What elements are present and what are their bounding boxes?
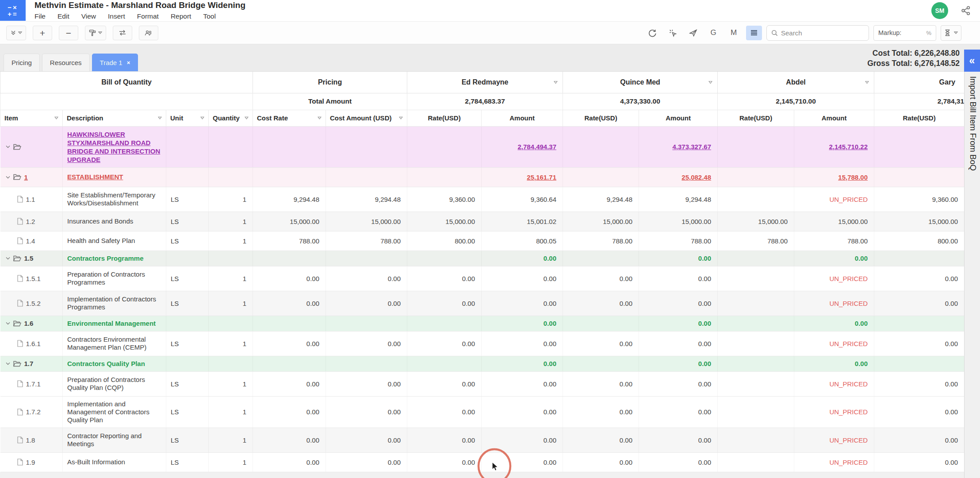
cell-aAmount[interactable]: 0.00 [794,356,874,371]
cell-qty[interactable] [209,356,253,371]
collapse-all-button[interactable] [6,26,26,40]
cell-costAmount[interactable] [326,316,407,331]
cell-aRate[interactable] [718,187,794,212]
cell-qAmount[interactable]: 0.00 [639,316,718,331]
cell-qAmount[interactable]: 0.00 [639,396,718,428]
cell-aRate[interactable] [718,316,794,331]
menu-report[interactable]: Report [171,12,191,20]
cell-unit[interactable]: LS [166,371,209,396]
cell-unit[interactable]: LS [166,396,209,428]
column-header-cost-amount-usd-5[interactable]: Cost Amount (USD) [326,110,407,126]
cell-costAmount[interactable]: 9,294.48 [326,187,407,212]
cell-aRate[interactable] [718,371,794,396]
cell-description[interactable]: Contractor Reporting and Meetings [63,428,166,452]
column-header-amount-7[interactable]: Amount [482,110,563,126]
cell-costAmount[interactable]: 0.00 [326,291,407,316]
cell-unit[interactable]: LS [166,331,209,356]
filter-caret-icon[interactable] [158,116,162,120]
cell-qRate[interactable]: 0.00 [563,331,639,356]
column-header-item-0[interactable]: Item [0,110,63,126]
swap-columns-button[interactable] [113,26,132,40]
cell-aAmount[interactable]: 15,788.00 [794,167,874,187]
import-panel-strip[interactable]: Import Bill Item From BoQ [964,72,980,478]
collapse-panel-button[interactable]: « [964,50,980,72]
cell-edRate[interactable]: 0.00 [407,428,482,452]
cell-qAmount[interactable]: 0.00 [639,251,718,266]
cell-qAmount[interactable]: 0.00 [639,291,718,316]
cell-qAmount[interactable]: 788.00 [639,231,718,251]
group-dropdown-caret[interactable] [865,81,869,84]
cell-gRate[interactable]: 0.00 [874,428,964,452]
cell-aRate[interactable]: 788.00 [718,231,794,251]
cell-edRate[interactable] [407,316,482,331]
format-painter-button[interactable] [85,26,106,40]
cell-aAmount[interactable]: UN_PRICED [794,291,874,316]
cell-item[interactable]: 1.9 [0,452,63,472]
cell-aRate[interactable] [718,291,794,316]
cell-qRate[interactable]: 0.00 [563,371,639,396]
avatar[interactable]: SM [931,2,948,19]
cell-aRate[interactable] [718,396,794,428]
cell-item[interactable]: 1.7 [0,356,63,371]
table-row[interactable]: 1.1Site Establishment/Temporary Works/Di… [0,187,965,212]
table-row[interactable]: 1.6.1Contractors Environmental Managemen… [0,331,965,356]
cell-edAmount[interactable]: 25,161.71 [482,167,563,187]
cell-description[interactable]: Preparation of Contractors Quality Plan … [63,371,166,396]
cell-edAmount[interactable]: 0.00 [482,266,563,291]
cell-gRate[interactable]: 15,000.00 [874,212,964,231]
tab-trade-1[interactable]: Trade 1× [92,54,138,71]
filter-caret-icon[interactable] [200,116,204,120]
search-input[interactable] [781,29,856,37]
menu-edit[interactable]: Edit [57,12,69,20]
cell-gRate[interactable]: 800.00 [874,231,964,251]
group-header-abdel[interactable]: Abdel [718,72,874,93]
cell-gRate[interactable]: 0.00 [874,331,964,356]
cell-aAmount[interactable]: UN_PRICED [794,266,874,291]
table-row[interactable]: 1ESTABLISHMENT25,161.7125,082.4815,788.0… [0,167,965,187]
column-header-rate-usd-12[interactable]: Rate(USD) [874,110,964,126]
add-row-button[interactable]: + [33,26,52,40]
send-icon[interactable] [685,26,701,40]
cell-edRate[interactable]: 0.00 [407,396,482,428]
cell-edAmount[interactable]: 800.05 [482,231,563,251]
cell-gRate[interactable] [874,167,964,187]
cell-description[interactable]: Contractors Environmental Management Pla… [63,331,166,356]
cell-item[interactable]: 1.6 [0,316,63,331]
list-view-button[interactable] [746,26,762,40]
group-header-gary[interactable]: Gary [874,72,964,93]
cell-aRate[interactable] [718,126,794,167]
cell-gRate[interactable] [874,316,964,331]
cell-aAmount[interactable]: 0.00 [794,316,874,331]
cell-edRate[interactable]: 15,000.00 [407,212,482,231]
cell-description[interactable]: Contractors Quality Plan [63,356,166,371]
cell-item[interactable]: 1.7.2 [0,396,63,428]
cell-aRate[interactable] [718,356,794,371]
cell-costAmount[interactable] [326,167,407,187]
filter-caret-icon[interactable] [708,81,712,84]
cell-qty[interactable]: 1 [209,291,253,316]
tab-pricing[interactable]: Pricing [4,54,40,71]
cell-gRate[interactable] [874,126,964,167]
cell-unit[interactable] [166,167,209,187]
cell-unit[interactable]: LS [166,452,209,472]
cell-unit[interactable] [166,251,209,266]
cell-unit[interactable]: LS [166,291,209,316]
import-bill-item-label[interactable]: Import Bill Item From BoQ [967,76,978,171]
column-header-rate-usd-8[interactable]: Rate(USD) [563,110,639,126]
table-row[interactable]: 1.7.1Preparation of Contractors Quality … [0,371,965,396]
cell-qRate[interactable] [563,167,639,187]
filter-caret-icon[interactable] [54,116,58,120]
cell-costAmount[interactable]: 0.00 [326,428,407,452]
cell-costAmount[interactable]: 788.00 [326,231,407,251]
cell-unit[interactable] [166,126,209,167]
cell-edAmount[interactable]: 0.00 [482,428,563,452]
cell-costAmount[interactable]: 0.00 [326,266,407,291]
cell-gRate[interactable] [874,251,964,266]
expand-chevron-icon[interactable] [6,145,10,148]
cell-description[interactable]: Preparation of Contractors Programmes [63,266,166,291]
table-row[interactable]: 1.4Health and Safety PlanLS1788.00788.00… [0,231,965,251]
cell-aAmount[interactable]: 0.00 [794,251,874,266]
cell-gRate[interactable]: 0.00 [874,371,964,396]
filter-caret-icon[interactable] [554,81,558,84]
cell-unit[interactable]: LS [166,212,209,231]
